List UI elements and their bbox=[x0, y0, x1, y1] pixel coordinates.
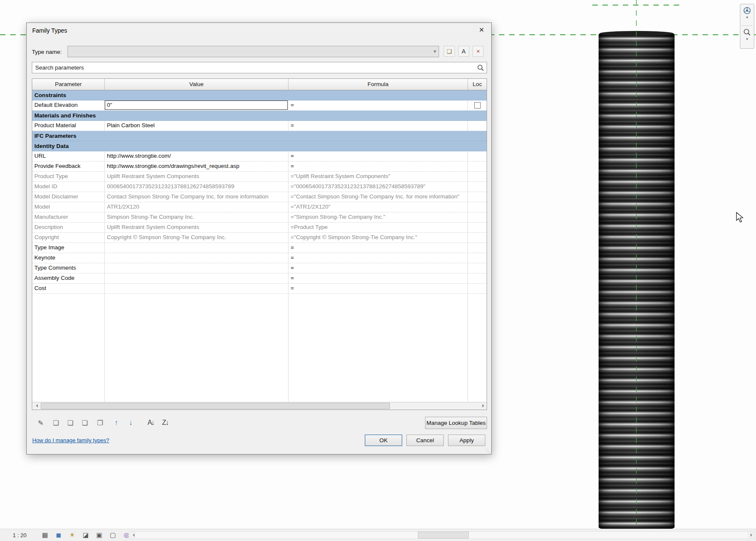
resize-grip[interactable]: ⋱ bbox=[485, 448, 490, 454]
parameter-formula-cell[interactable]: ="ATR1/2X120" bbox=[288, 202, 468, 212]
reference-plane-line[interactable] bbox=[592, 5, 681, 6]
help-link[interactable]: How do I manage family types? bbox=[32, 437, 109, 443]
parameter-value-cell[interactable]: Copyright © Simpson Strong-Tie Company I… bbox=[105, 233, 288, 243]
center-reference-line[interactable] bbox=[636, 0, 637, 529]
parameter-value-cell[interactable]: ATR1/2X120 bbox=[105, 202, 288, 212]
parameter-name-cell[interactable]: Model ID bbox=[32, 182, 105, 192]
parameter-formula-cell[interactable]: = bbox=[288, 121, 468, 131]
parameter-name-cell[interactable]: Model bbox=[32, 202, 105, 212]
parameter-name-cell[interactable]: Default Elevation bbox=[32, 100, 105, 110]
parameter-name-cell[interactable]: Product Type bbox=[32, 172, 105, 181]
search-parameters-input[interactable]: Search parameters bbox=[32, 62, 487, 73]
parameter-formula-cell[interactable]: = bbox=[288, 151, 468, 161]
column-header-value[interactable]: Value bbox=[105, 79, 288, 90]
parameter-formula-cell[interactable]: = bbox=[288, 243, 468, 253]
parameter-name-cell[interactable]: Description bbox=[32, 223, 105, 232]
sort-ascending-button[interactable]: A↓ bbox=[145, 417, 157, 429]
steering-wheel-button[interactable]: ▾ bbox=[742, 6, 753, 23]
parameter-value-cell[interactable]: Uplift Restraint System Components bbox=[105, 223, 288, 232]
scrollbar-thumb[interactable] bbox=[41, 403, 390, 409]
parameter-value-cell[interactable]: Simpson Strong-Tie Company Inc. bbox=[105, 212, 288, 222]
parameter-value-cell[interactable]: Uplift Restraint System Components bbox=[105, 172, 288, 181]
visual-style-button[interactable]: ◼ bbox=[54, 530, 63, 540]
cancel-button[interactable]: Cancel bbox=[406, 435, 444, 446]
parameter-value-cell[interactable] bbox=[105, 263, 288, 273]
sun-path-button[interactable]: ☀ bbox=[67, 530, 77, 540]
parameter-value-cell[interactable] bbox=[105, 253, 288, 263]
parameter-formula-cell[interactable]: = bbox=[288, 253, 468, 263]
parameter-formula-cell[interactable]: = bbox=[288, 162, 468, 171]
manage-lookup-tables-button[interactable]: Manage Lookup Tables bbox=[425, 417, 487, 429]
parameter-formula-cell[interactable]: ="Simpson Strong-Tie Company Inc." bbox=[288, 212, 468, 222]
apply-button[interactable]: Apply bbox=[448, 435, 485, 446]
parameter-formula-cell[interactable]: ="Uplift Restraint System Components" bbox=[288, 172, 468, 181]
parameter-formula-cell[interactable]: =Product Type bbox=[288, 223, 468, 232]
parameter-name-cell[interactable]: Assembly Code bbox=[32, 273, 105, 283]
duplicate-parameter-button[interactable]: ❐ bbox=[94, 417, 106, 429]
scroll-left-icon[interactable] bbox=[129, 532, 136, 538]
parameter-value-cell[interactable] bbox=[105, 284, 288, 293]
column-header-lock[interactable]: Loc bbox=[468, 79, 487, 90]
column-header-parameter[interactable]: Parameter bbox=[32, 79, 105, 90]
new-type-button[interactable]: ❏ bbox=[444, 46, 455, 57]
parameter-group-header[interactable]: Materials and Finishes bbox=[32, 111, 487, 121]
parameter-name-cell[interactable]: Model Disclaimer bbox=[32, 192, 105, 202]
table-horizontal-scrollbar[interactable] bbox=[32, 402, 487, 410]
zoom-tool-button[interactable]: ▾ bbox=[742, 28, 753, 45]
parameter-group-header[interactable]: Identity Data bbox=[32, 141, 487, 151]
parameter-formula-cell[interactable]: ="Contact Simpson Strong-Tie Company Inc… bbox=[288, 192, 468, 202]
shadows-button[interactable]: ◪ bbox=[81, 530, 90, 540]
parameter-formula-cell[interactable]: = bbox=[288, 100, 468, 110]
column-header-formula[interactable]: Formula bbox=[288, 79, 468, 90]
parameter-formula-cell[interactable]: = bbox=[288, 284, 468, 293]
view-scale-button[interactable]: 1 : 20 bbox=[13, 532, 27, 538]
search-icon[interactable] bbox=[477, 64, 484, 72]
move-up-button[interactable]: ↑ bbox=[110, 417, 122, 429]
parameter-formula-cell[interactable]: ="00065400173735231232137881262748585937… bbox=[288, 182, 468, 192]
rename-type-button[interactable]: A bbox=[458, 46, 469, 57]
crop-view-button[interactable]: ▣ bbox=[95, 530, 104, 540]
scroll-right-icon[interactable] bbox=[479, 403, 486, 409]
parameter-group-header[interactable]: IFC Parameters bbox=[32, 131, 487, 141]
parameter-name-cell[interactable]: Copyright bbox=[32, 233, 105, 243]
parameter-name-cell[interactable]: Keynote bbox=[32, 253, 105, 263]
delete-type-button[interactable]: × bbox=[473, 46, 484, 57]
crop-region-button[interactable]: ▢ bbox=[108, 530, 118, 540]
import-parameter-button[interactable]: ❏ bbox=[64, 417, 76, 429]
parameter-value-cell[interactable] bbox=[105, 273, 288, 283]
parameter-name-cell[interactable]: Product Material bbox=[32, 121, 105, 131]
scrollbar-thumb[interactable] bbox=[418, 532, 469, 538]
move-down-button[interactable]: ↓ bbox=[124, 417, 136, 429]
scroll-left-icon[interactable] bbox=[33, 403, 39, 409]
ok-button[interactable]: OK bbox=[365, 435, 402, 446]
parameter-value-cell[interactable]: 0006540017373523123213788126274858593789 bbox=[105, 182, 288, 192]
parameter-value-cell[interactable]: 0" bbox=[105, 100, 288, 110]
parameter-value-cell[interactable]: Plain Carbon Steel bbox=[105, 121, 288, 131]
parameter-value-cell[interactable]: http://www.strongtie.com/drawings/revit_… bbox=[105, 162, 288, 171]
chevron-down-icon[interactable]: ▾ bbox=[746, 37, 748, 41]
new-parameter-button[interactable]: ❏ bbox=[50, 417, 62, 429]
parameter-name-cell[interactable]: Type Image bbox=[32, 243, 105, 253]
value-editor[interactable]: 0" bbox=[105, 100, 288, 110]
canvas-horizontal-scrollbar[interactable] bbox=[129, 531, 755, 539]
parameter-name-cell[interactable]: URL bbox=[32, 151, 105, 161]
parameter-name-cell[interactable]: Provide Feedback bbox=[32, 162, 105, 171]
parameter-group-header[interactable]: Constraints bbox=[32, 90, 487, 100]
parameter-value-cell[interactable] bbox=[105, 243, 288, 253]
parameter-formula-cell[interactable]: = bbox=[288, 263, 468, 273]
detail-level-button[interactable]: ▦ bbox=[40, 530, 50, 540]
parameter-value-cell[interactable]: http://www.strongtie.com/ bbox=[105, 151, 288, 161]
edit-parameter-button[interactable]: ✎ bbox=[34, 417, 46, 429]
sort-descending-button[interactable]: Z↓ bbox=[159, 417, 171, 429]
parameter-formula-cell[interactable]: ="Copyright © Simpson Strong-Tie Company… bbox=[288, 233, 468, 243]
type-name-select[interactable]: ▾ bbox=[67, 46, 439, 57]
parameter-name-cell[interactable]: Manufacturer bbox=[32, 212, 105, 222]
scroll-right-icon[interactable] bbox=[748, 532, 754, 538]
parameter-formula-cell[interactable]: = bbox=[288, 273, 468, 283]
lock-checkbox[interactable] bbox=[474, 102, 481, 109]
parameter-value-cell[interactable]: Contact Simpson Strong-Tie Company Inc. … bbox=[105, 192, 288, 202]
parameter-name-cell[interactable]: Type Comments bbox=[32, 263, 105, 273]
parameter-name-cell[interactable]: Cost bbox=[32, 284, 105, 293]
close-button[interactable]: × bbox=[476, 25, 487, 36]
export-parameter-button[interactable]: ❏ bbox=[78, 417, 90, 429]
